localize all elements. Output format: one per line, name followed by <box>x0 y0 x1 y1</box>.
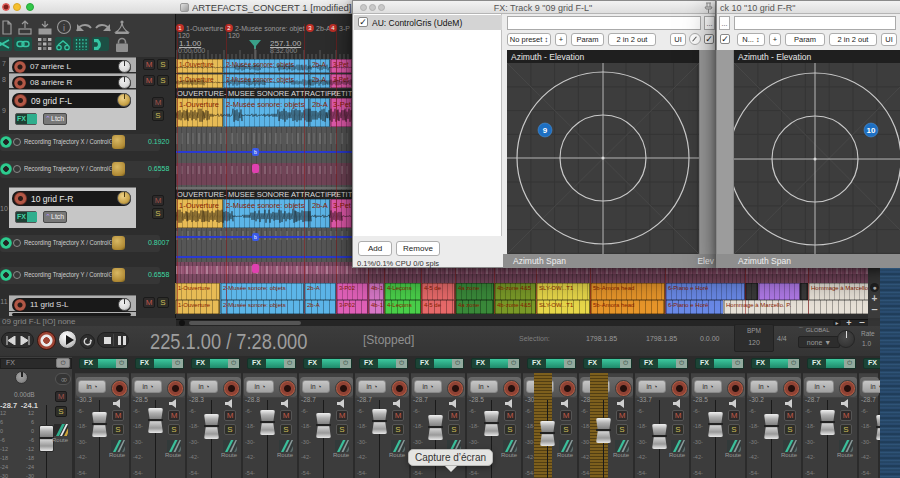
svg-text:i: i <box>63 23 65 33</box>
svg-text:9: 9 <box>543 126 548 135</box>
svg-text:10: 10 <box>867 126 876 135</box>
